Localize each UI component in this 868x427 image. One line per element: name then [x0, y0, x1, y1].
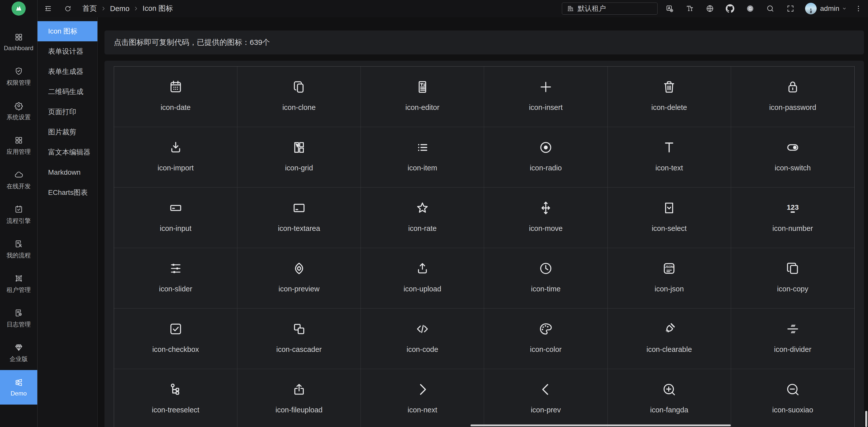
icon-rate-icon [414, 200, 430, 216]
submenu-item-9[interactable]: ECharts图表 [37, 182, 97, 203]
demo-icon [14, 378, 23, 387]
icon-cell-label: icon-clearable [647, 345, 692, 354]
icon-cell-icon-password[interactable]: icon-password [731, 66, 855, 127]
icon-cell-icon-divider[interactable]: icon-divider [731, 309, 855, 369]
icon-cell-icon-number[interactable]: icon-number [731, 188, 855, 248]
tenant-select[interactable]: 默认租户 [562, 2, 657, 15]
icon-cell-icon-next[interactable]: icon-next [361, 369, 484, 427]
icon-cell-icon-prev[interactable]: icon-prev [484, 369, 608, 427]
sidebar-item-log[interactable]: 日志管理 [0, 301, 37, 336]
icon-cell-icon-json[interactable]: icon-json [608, 248, 731, 309]
icon-cell-icon-input[interactable]: icon-input [114, 188, 238, 248]
sidebar-item-demo[interactable]: Demo [0, 370, 37, 404]
user-chevron-down-icon[interactable] [841, 5, 847, 11]
icon-cell-icon-item[interactable]: icon-item [361, 127, 484, 188]
username[interactable]: admin [820, 4, 839, 12]
icon-cell-label: icon-fileupload [275, 406, 322, 414]
submenu-item-label: 二维码生成 [48, 88, 83, 95]
icon-cell-label: icon-checkbox [152, 345, 199, 354]
app-logo[interactable] [0, 0, 37, 17]
breadcrumb-item[interactable]: Demo [110, 4, 129, 13]
icon-cell-icon-color[interactable]: icon-color [484, 309, 608, 369]
icon-cell-icon-time[interactable]: icon-time [484, 248, 608, 309]
icon-cell-icon-clone[interactable]: icon-clone [238, 66, 361, 127]
icon-cell-icon-editor[interactable]: icon-editor [361, 66, 484, 127]
submenu-item-2[interactable]: 表单设计器 [37, 41, 97, 61]
icon-cell-icon-fangda[interactable]: icon-fangda [608, 369, 731, 427]
icon-cell-icon-import[interactable]: icon-import [114, 127, 238, 188]
icon-cell-icon-switch[interactable]: icon-switch [731, 127, 855, 188]
log-icon [14, 308, 23, 318]
submenu-item-3[interactable]: 表单生成器 [37, 61, 97, 82]
icon-clearable-icon [661, 321, 677, 337]
submenu-item-5[interactable]: 页面打印 [37, 102, 97, 122]
icon-number-icon [785, 200, 801, 216]
icon-cell-label: icon-preview [278, 285, 319, 293]
github-icon[interactable] [720, 4, 740, 13]
icon-cell-icon-date[interactable]: icon-date [114, 66, 238, 127]
icon-cell-icon-move[interactable]: icon-move [484, 188, 608, 248]
breadcrumb-item[interactable]: Icon 图标 [143, 3, 173, 13]
fullscreen-icon[interactable] [780, 4, 801, 13]
gitee-icon[interactable] [740, 4, 760, 13]
sidebar-item-myflow[interactable]: 我的流程 [0, 232, 37, 266]
icon-cell-icon-cascader[interactable]: icon-cascader [238, 309, 361, 369]
icon-cell-icon-rate[interactable]: icon-rate [361, 188, 484, 248]
sidebar-item-apps[interactable]: 应用管理 [0, 128, 37, 163]
icon-cell-icon-delete[interactable]: icon-delete [608, 66, 731, 127]
icon-text-icon [661, 140, 677, 155]
icon-fileupload-icon [291, 381, 307, 397]
sidebar-item-flow[interactable]: 流程引擎 [0, 197, 37, 232]
icon-cell-icon-copy[interactable]: icon-copy [731, 248, 855, 309]
font-size-icon[interactable] [680, 4, 700, 13]
icon-cell-icon-preview[interactable]: icon-preview [238, 248, 361, 309]
icon-cell-icon-clearable[interactable]: icon-clearable [608, 309, 731, 369]
icon-cell-icon-textarea[interactable]: icon-textarea [238, 188, 361, 248]
horizontal-scrollbar[interactable] [470, 425, 731, 426]
sidebar-item-gem[interactable]: 企业版 [0, 336, 37, 370]
submenu-item-label: 页面打印 [48, 108, 76, 116]
sidebar-item-label: Dashboard [4, 45, 33, 52]
sidebar-item-tenant[interactable]: 租户管理 [0, 266, 37, 301]
icon-cell-icon-text[interactable]: icon-text [608, 127, 731, 188]
refresh-icon[interactable] [64, 5, 72, 12]
breadcrumb-item[interactable]: 首页 [82, 3, 97, 13]
submenu-item-7[interactable]: 富文本编辑器 [37, 142, 97, 162]
submenu-item-4[interactable]: 二维码生成 [37, 82, 97, 102]
icon-cell-icon-code[interactable]: icon-code [361, 309, 484, 369]
sidebar-item-shield[interactable]: 权限管理 [0, 59, 37, 94]
submenu-item-1[interactable]: Icon 图标 [37, 21, 97, 41]
avatar[interactable] [805, 3, 817, 15]
collapse-menu-icon[interactable] [44, 4, 52, 13]
sidebar-item-gear[interactable]: 系统设置 [0, 94, 37, 128]
icon-cell-icon-upload[interactable]: icon-upload [361, 248, 484, 309]
dashboard-icon [14, 32, 23, 42]
icon-cell-icon-checkbox[interactable]: icon-checkbox [114, 309, 238, 369]
sidebar-item-cloud[interactable]: 在线开发 [0, 163, 37, 197]
icon-cell-label: icon-prev [531, 406, 561, 414]
icon-cell-icon-fileupload[interactable]: icon-fileupload [238, 369, 361, 427]
vertical-scrollbar[interactable] [865, 411, 867, 427]
submenu-item-8[interactable]: Markdown [37, 162, 97, 182]
icon-cell-icon-grid[interactable]: icon-grid [238, 127, 361, 188]
icon-cell-label: icon-next [408, 406, 437, 414]
icon-cell-label: icon-textarea [278, 224, 320, 233]
breadcrumb: 首页DemoIcon 图标 [82, 3, 173, 13]
icon-select-icon [661, 200, 677, 216]
submenu-item-6[interactable]: 图片裁剪 [37, 122, 97, 142]
translate-icon[interactable] [659, 4, 680, 13]
breadcrumb-chevron-icon [133, 5, 139, 12]
icon-delete-icon [661, 79, 677, 95]
more-menu-icon[interactable] [855, 4, 863, 12]
icon-cell-icon-insert[interactable]: icon-insert [484, 66, 608, 127]
icon-cell-icon-slider[interactable]: icon-slider [114, 248, 238, 309]
icon-cell-icon-suoxiao[interactable]: icon-suoxiao [731, 369, 855, 427]
icon-cell-icon-select[interactable]: icon-select [608, 188, 731, 248]
search-icon[interactable] [760, 4, 780, 13]
sidebar-item-dashboard[interactable]: Dashboard [0, 25, 37, 59]
icon-cell-icon-radio[interactable]: icon-radio [484, 127, 608, 188]
icon-cell-label: icon-insert [529, 103, 563, 112]
notice-text: 点击图标即可复制代码，已提供的图标：639个 [114, 37, 270, 48]
icon-cell-icon-treeselect[interactable]: icon-treeselect [114, 369, 238, 427]
language-globe-icon[interactable] [700, 4, 720, 13]
